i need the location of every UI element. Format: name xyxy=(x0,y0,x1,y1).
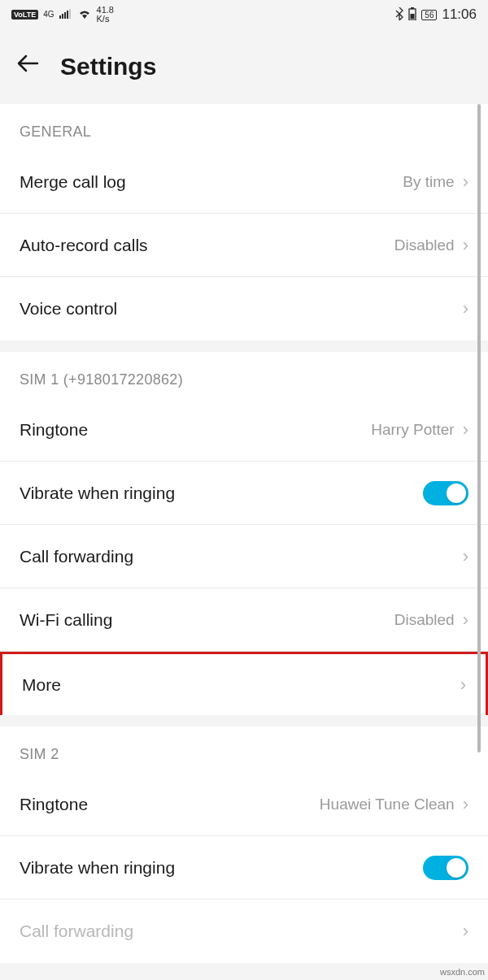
chevron-right-icon: › xyxy=(463,419,468,440)
toggle-switch[interactable] xyxy=(423,856,468,880)
row-label: Ringtone xyxy=(20,420,88,440)
status-left: VoLTE 4G 41.8 K/s xyxy=(11,6,114,24)
row-label: Call forwarding xyxy=(20,921,133,941)
row-sim1-call-forwarding[interactable]: Call forwarding › xyxy=(0,525,488,588)
scrollbar-thumb[interactable] xyxy=(477,104,481,752)
row-value: Disabled xyxy=(394,236,455,254)
chevron-right-icon: › xyxy=(463,235,468,256)
row-voice-control[interactable]: Voice control › xyxy=(0,277,488,340)
row-label: Auto-record calls xyxy=(20,236,148,255)
section-sim1: SIM 1 (+918017220862) Ringtone Harry Pot… xyxy=(0,352,488,715)
chevron-right-icon: › xyxy=(463,546,468,567)
network-4g: 4G xyxy=(43,11,54,19)
section-divider xyxy=(0,340,488,352)
chevron-right-icon: › xyxy=(463,921,468,942)
row-label: Ringtone xyxy=(20,795,88,814)
svg-rect-1 xyxy=(62,14,63,19)
signal-icon xyxy=(59,8,72,21)
toggle-switch[interactable] xyxy=(423,481,468,505)
row-value: Disabled xyxy=(394,611,455,629)
row-sim2-ringtone[interactable]: Ringtone Huawei Tune Clean › xyxy=(0,773,488,836)
toggle-knob xyxy=(447,858,466,878)
bluetooth-icon xyxy=(395,7,403,23)
network-speed: 41.8 K/s xyxy=(97,6,114,24)
chevron-right-icon: › xyxy=(463,298,468,319)
row-sim1-ringtone[interactable]: Ringtone Harry Potter › xyxy=(0,398,488,462)
row-sim1-vibrate[interactable]: Vibrate when ringing xyxy=(0,462,488,525)
section-divider xyxy=(0,715,488,726)
row-label: Merge call log xyxy=(20,172,126,192)
section-header-sim2: SIM 2 xyxy=(0,726,488,773)
svg-rect-2 xyxy=(64,12,66,19)
page-title: Settings xyxy=(60,53,156,80)
chevron-right-icon: › xyxy=(463,171,468,193)
scrollbar[interactable] xyxy=(477,104,481,980)
row-sim2-vibrate[interactable]: Vibrate when ringing xyxy=(0,836,488,900)
section-sim2: SIM 2 Ringtone Huawei Tune Clean › Vibra… xyxy=(0,726,488,963)
toggle-knob xyxy=(447,483,466,503)
row-value: Huawei Tune Clean xyxy=(320,796,455,813)
row-value: By time xyxy=(403,173,454,191)
row-sim2-call-forwarding[interactable]: Call forwarding › xyxy=(0,900,488,963)
row-label: Call forwarding xyxy=(20,547,133,566)
section-general: GENERAL Merge call log By time › Auto-re… xyxy=(0,104,488,340)
volte-badge: VoLTE xyxy=(11,10,38,20)
row-sim1-wifi-calling[interactable]: Wi-Fi calling Disabled › xyxy=(0,588,488,652)
wifi-icon xyxy=(77,8,92,22)
row-value: Harry Potter xyxy=(371,421,454,439)
svg-rect-4 xyxy=(69,9,71,19)
chevron-right-icon: › xyxy=(460,674,466,696)
section-header-sim1: SIM 1 (+918017220862) xyxy=(0,352,488,398)
status-bar: VoLTE 4G 41.8 K/s 56 11:06 xyxy=(0,0,488,29)
battery-icon xyxy=(408,7,416,23)
app-header: Settings xyxy=(0,29,488,104)
row-label: Wi-Fi calling xyxy=(20,610,112,630)
svg-rect-0 xyxy=(59,15,61,19)
row-label: Vibrate when ringing xyxy=(20,483,175,503)
row-sim1-more[interactable]: More › xyxy=(0,652,488,715)
svg-rect-3 xyxy=(67,11,68,19)
chevron-right-icon: › xyxy=(463,609,468,631)
watermark: wsxdn.com xyxy=(440,967,485,977)
svg-rect-7 xyxy=(411,14,415,20)
row-merge-call-log[interactable]: Merge call log By time › xyxy=(0,150,488,214)
row-label: Voice control xyxy=(20,299,117,319)
row-label: Vibrate when ringing xyxy=(20,858,175,878)
clock: 11:06 xyxy=(442,7,477,23)
row-auto-record-calls[interactable]: Auto-record calls Disabled › xyxy=(0,214,488,277)
status-right: 56 11:06 xyxy=(395,7,477,23)
battery-percent: 56 xyxy=(421,10,437,20)
section-header-general: GENERAL xyxy=(0,104,488,150)
row-label: More xyxy=(22,675,61,695)
back-arrow-icon[interactable] xyxy=(15,50,41,83)
chevron-right-icon: › xyxy=(463,794,468,815)
